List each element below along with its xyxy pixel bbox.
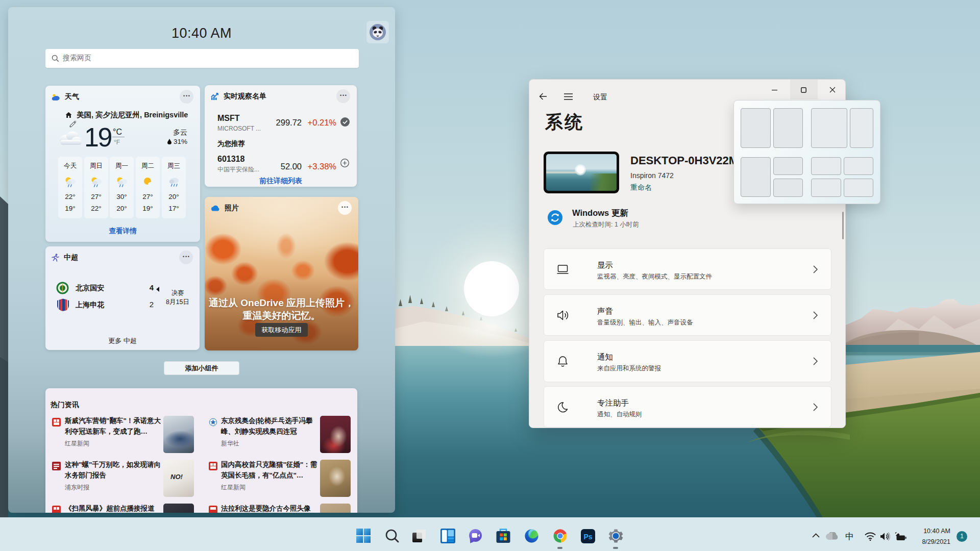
svg-text:Ps: Ps <box>583 533 592 541</box>
